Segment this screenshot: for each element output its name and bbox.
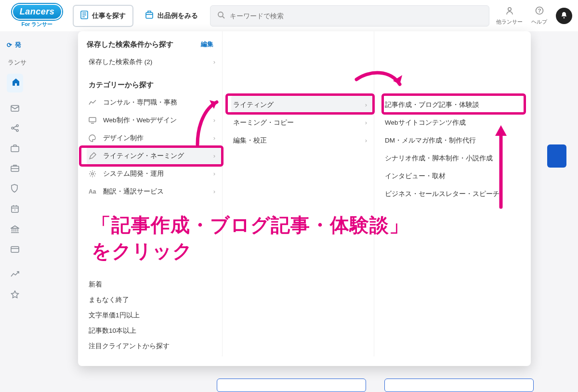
- chevron-right-icon: ›: [213, 152, 215, 159]
- filter-ending-soon[interactable]: まもなく終了: [89, 296, 222, 304]
- leaf-label: Webサイトコンテンツ作成: [385, 118, 466, 127]
- rail-sub-label: ランサ: [8, 59, 79, 67]
- chevron-right-icon: ›: [365, 137, 367, 144]
- nav-examples-label: 出品例をみる: [158, 12, 198, 20]
- briefcase2-icon[interactable]: [11, 164, 19, 174]
- left-rail: ⟳ 発 ランサ: [0, 41, 79, 301]
- edit-link[interactable]: 編集: [201, 40, 213, 49]
- category-label: コンサル・専門職・事務: [103, 98, 177, 107]
- shield-icon[interactable]: [11, 184, 18, 195]
- rail-refresh[interactable]: ⟳ 発: [7, 41, 79, 49]
- chart-line-icon: [89, 99, 97, 106]
- chart-icon[interactable]: [11, 271, 19, 281]
- translate-icon: Aa: [89, 188, 97, 195]
- search-icon: [217, 11, 225, 21]
- category-label: Web制作・Webデザイン: [103, 116, 177, 125]
- subcat-editing[interactable]: 編集・校正 ›: [231, 131, 374, 149]
- header: Lancers For ランサー 仕事を探す 出品例をみる 他ランサー ?: [0, 0, 578, 31]
- search-input[interactable]: [230, 12, 482, 20]
- sidebar-item-home[interactable]: [7, 74, 23, 92]
- refresh-icon: ⟳: [7, 41, 12, 49]
- svg-text:?: ?: [538, 8, 541, 13]
- rail-refresh-label: 発: [15, 41, 21, 49]
- card-placeholder-1: [217, 379, 366, 392]
- subcat-label: ネーミング・コピー: [233, 118, 294, 127]
- saved-search-header: 保存した検索条件から探す: [87, 40, 173, 49]
- filter-unit-price[interactable]: 文字単価1円以上: [89, 311, 222, 320]
- svg-point-10: [564, 17, 565, 18]
- help-button[interactable]: ? ヘルプ: [531, 6, 547, 26]
- palette-icon: [89, 134, 97, 142]
- saved-search-item[interactable]: 保存した検索条件 (2) ›: [87, 53, 222, 71]
- category-consulting[interactable]: コンサル・専門職・事務 ›: [87, 93, 222, 111]
- logo[interactable]: Lancers For ランサー: [6, 4, 68, 28]
- category-header: カテゴリーから探す: [89, 80, 222, 90]
- category-web[interactable]: Web制作・Webデザイン ›: [87, 111, 222, 129]
- leaf-dm-mailmag[interactable]: DM・メルマガ作成・制作代行: [383, 131, 524, 149]
- category-label: システム開発・運用: [103, 170, 164, 178]
- chevron-right-icon: ›: [213, 99, 215, 106]
- dropdown-col-leaf: 記事作成・ブログ記事・体験談 Webサイトコンテンツ作成 DM・メルマガ作成・制…: [374, 31, 531, 356]
- svg-point-14: [16, 130, 18, 131]
- chevron-right-icon: ›: [365, 101, 367, 108]
- category-system[interactable]: システム開発・運用 ›: [87, 165, 222, 183]
- svg-point-12: [12, 127, 13, 129]
- leaf-label: 記事作成・ブログ記事・体験談: [385, 101, 479, 109]
- subcat-label: ライティング: [233, 101, 274, 109]
- saved-search-label: 保存した検索条件 (2): [89, 58, 152, 66]
- category-design[interactable]: デザイン制作 ›: [87, 129, 222, 147]
- dropdown-col-categories: 保存した検索条件から探す 編集 保存した検索条件 (2) › カテゴリーから探す…: [78, 31, 223, 356]
- nav-find-work-label: 仕事を探す: [92, 12, 126, 20]
- chevron-right-icon: ›: [213, 188, 215, 195]
- search-input-wrap[interactable]: [210, 5, 489, 26]
- leaf-article-blog[interactable]: 記事作成・ブログ記事・体験談: [383, 96, 524, 114]
- filter-new[interactable]: 新着: [89, 280, 222, 289]
- primary-action-button[interactable]: [547, 144, 566, 168]
- chevron-right-icon: ›: [213, 170, 215, 177]
- category-label: 翻訳・通訳サービス: [103, 187, 164, 196]
- briefcase-icon[interactable]: [11, 144, 19, 155]
- package-icon: [145, 11, 154, 21]
- chevron-right-icon: ›: [213, 134, 215, 142]
- svg-point-13: [16, 125, 18, 127]
- monitor-icon: [89, 117, 97, 124]
- subcat-naming[interactable]: ネーミング・コピー ›: [231, 114, 374, 131]
- notifications-button[interactable]: [556, 8, 572, 24]
- nav-find-work[interactable]: 仕事を探す: [73, 5, 133, 26]
- logo-mark: Lancers: [12, 4, 63, 20]
- share-icon[interactable]: [11, 124, 19, 135]
- sidebar-icons: [7, 104, 79, 301]
- leaf-label: インタビュー・取材: [385, 172, 446, 181]
- category-label: デザイン制作: [103, 134, 144, 143]
- other-lancers-label: 他ランサー: [496, 18, 523, 26]
- chevron-right-icon: ›: [213, 58, 215, 65]
- card-placeholder-2: [384, 379, 534, 392]
- leaf-business-letter[interactable]: ビジネス・セールスレター・スピーチ: [383, 185, 524, 203]
- help-icon: ?: [535, 6, 544, 17]
- svg-point-5: [218, 12, 223, 17]
- filter-featured-client[interactable]: 注目クライアントから探す: [89, 342, 222, 351]
- svg-rect-11: [11, 105, 19, 111]
- other-lancers-button[interactable]: 他ランサー: [496, 6, 523, 26]
- filter-article-count[interactable]: 記事数10本以上: [89, 327, 222, 335]
- star-icon[interactable]: [11, 290, 19, 301]
- svg-line-16: [13, 129, 16, 130]
- mail-icon[interactable]: [11, 104, 19, 114]
- leaf-scenario[interactable]: シナリオ作成・脚本制作・小説作成: [383, 149, 524, 167]
- svg-rect-17: [11, 146, 19, 152]
- leaf-label: シナリオ作成・脚本制作・小説作成: [385, 154, 493, 163]
- category-label: ライティング・ネーミング: [103, 152, 184, 160]
- card-icon[interactable]: [11, 245, 19, 255]
- leaf-web-content[interactable]: Webサイトコンテンツ作成: [383, 114, 524, 131]
- category-translation[interactable]: Aa 翻訳・通訳サービス ›: [87, 183, 222, 200]
- calendar-icon[interactable]: [11, 205, 19, 216]
- leaf-interview[interactable]: インタビュー・取材: [383, 167, 524, 185]
- svg-point-24: [14, 209, 15, 210]
- leaf-label: DM・メルマガ作成・制作代行: [385, 136, 476, 145]
- bank-icon[interactable]: [11, 225, 19, 235]
- logo-subtitle: For ランサー: [22, 21, 53, 28]
- subcat-writing[interactable]: ライティング ›: [231, 96, 374, 114]
- svg-line-15: [13, 126, 16, 128]
- category-writing[interactable]: ライティング・ネーミング ›: [87, 147, 222, 165]
- nav-examples[interactable]: 出品例をみる: [138, 5, 205, 26]
